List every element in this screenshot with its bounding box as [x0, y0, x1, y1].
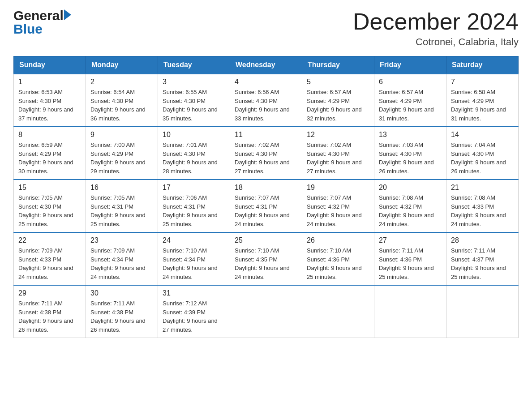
day-number: 6: [379, 78, 442, 86]
calendar-cell: 4 Sunrise: 6:56 AM Sunset: 4:30 PM Dayli…: [230, 74, 302, 127]
logo-blue-text: Blue: [13, 21, 71, 37]
day-detail: Sunrise: 6:59 AM Sunset: 4:29 PM Dayligh…: [18, 141, 81, 176]
calendar-cell: [446, 285, 519, 338]
day-number: 29: [18, 289, 81, 297]
calendar-cell: 6 Sunrise: 6:57 AM Sunset: 4:29 PM Dayli…: [374, 74, 446, 127]
day-detail: Sunrise: 7:11 AM Sunset: 4:38 PM Dayligh…: [18, 299, 81, 334]
day-number: 7: [451, 78, 514, 86]
calendar-cell: 24 Sunrise: 7:10 AM Sunset: 4:34 PM Dayl…: [158, 232, 230, 285]
day-detail: Sunrise: 7:10 AM Sunset: 4:35 PM Dayligh…: [235, 246, 297, 281]
header-row: Sunday Monday Tuesday Wednesday Thursday…: [14, 56, 519, 74]
day-number: 28: [451, 236, 514, 244]
day-number: 19: [307, 184, 369, 192]
calendar-cell: 20 Sunrise: 7:08 AM Sunset: 4:32 PM Dayl…: [374, 180, 446, 232]
day-number: 3: [163, 78, 225, 86]
day-detail: Sunrise: 7:11 AM Sunset: 4:36 PM Dayligh…: [379, 246, 442, 281]
calendar-cell: [374, 285, 446, 338]
day-detail: Sunrise: 7:10 AM Sunset: 4:36 PM Dayligh…: [307, 246, 369, 281]
week-row-4: 22 Sunrise: 7:09 AM Sunset: 4:33 PM Dayl…: [14, 232, 519, 285]
day-detail: Sunrise: 6:54 AM Sunset: 4:30 PM Dayligh…: [90, 88, 153, 123]
calendar-cell: 16 Sunrise: 7:05 AM Sunset: 4:31 PM Dayl…: [86, 180, 158, 232]
day-number: 11: [235, 131, 297, 139]
day-number: 9: [90, 131, 153, 139]
day-detail: Sunrise: 7:08 AM Sunset: 4:33 PM Dayligh…: [451, 193, 514, 228]
col-friday: Friday: [374, 56, 446, 74]
day-number: 12: [307, 131, 369, 139]
day-number: 23: [90, 236, 153, 244]
logo: General Blue: [13, 9, 71, 37]
day-detail: Sunrise: 6:57 AM Sunset: 4:29 PM Dayligh…: [379, 88, 442, 123]
day-detail: Sunrise: 6:58 AM Sunset: 4:29 PM Dayligh…: [451, 88, 514, 123]
logo-arrow-icon: [64, 9, 71, 20]
calendar-cell: 3 Sunrise: 6:55 AM Sunset: 4:30 PM Dayli…: [158, 74, 230, 127]
calendar-cell: 29 Sunrise: 7:11 AM Sunset: 4:38 PM Dayl…: [14, 285, 86, 338]
day-number: 8: [18, 131, 81, 139]
day-number: 20: [379, 184, 442, 192]
day-detail: Sunrise: 7:05 AM Sunset: 4:31 PM Dayligh…: [90, 193, 153, 228]
calendar-cell: 5 Sunrise: 6:57 AM Sunset: 4:29 PM Dayli…: [302, 74, 374, 127]
calendar-cell: 31 Sunrise: 7:12 AM Sunset: 4:39 PM Dayl…: [158, 285, 230, 338]
calendar-cell: 12 Sunrise: 7:02 AM Sunset: 4:30 PM Dayl…: [302, 127, 374, 180]
day-detail: Sunrise: 7:03 AM Sunset: 4:30 PM Dayligh…: [379, 141, 442, 176]
day-number: 15: [18, 184, 81, 192]
day-number: 25: [235, 236, 297, 244]
day-number: 21: [451, 184, 514, 192]
day-detail: Sunrise: 7:01 AM Sunset: 4:30 PM Dayligh…: [163, 141, 225, 176]
day-detail: Sunrise: 6:57 AM Sunset: 4:29 PM Dayligh…: [307, 88, 369, 123]
col-thursday: Thursday: [302, 56, 374, 74]
calendar-cell: 14 Sunrise: 7:04 AM Sunset: 4:30 PM Dayl…: [446, 127, 519, 180]
day-number: 31: [163, 289, 225, 297]
day-number: 2: [90, 78, 153, 86]
day-detail: Sunrise: 7:12 AM Sunset: 4:39 PM Dayligh…: [163, 299, 225, 334]
day-number: 5: [307, 78, 369, 86]
calendar-body: 1 Sunrise: 6:53 AM Sunset: 4:30 PM Dayli…: [14, 74, 519, 338]
day-detail: Sunrise: 7:11 AM Sunset: 4:38 PM Dayligh…: [90, 299, 153, 334]
calendar-cell: 15 Sunrise: 7:05 AM Sunset: 4:30 PM Dayl…: [14, 180, 86, 232]
day-number: 17: [163, 184, 225, 192]
day-detail: Sunrise: 7:07 AM Sunset: 4:31 PM Dayligh…: [235, 193, 297, 228]
day-detail: Sunrise: 7:11 AM Sunset: 4:37 PM Dayligh…: [451, 246, 514, 281]
col-sunday: Sunday: [14, 56, 86, 74]
day-detail: Sunrise: 7:09 AM Sunset: 4:33 PM Dayligh…: [18, 246, 81, 281]
calendar-cell: 13 Sunrise: 7:03 AM Sunset: 4:30 PM Dayl…: [374, 127, 446, 180]
day-detail: Sunrise: 7:07 AM Sunset: 4:32 PM Dayligh…: [307, 193, 369, 228]
week-row-2: 8 Sunrise: 6:59 AM Sunset: 4:29 PM Dayli…: [14, 127, 519, 180]
col-wednesday: Wednesday: [230, 56, 302, 74]
day-number: 24: [163, 236, 225, 244]
calendar-cell: 18 Sunrise: 7:07 AM Sunset: 4:31 PM Dayl…: [230, 180, 302, 232]
calendar-cell: 7 Sunrise: 6:58 AM Sunset: 4:29 PM Dayli…: [446, 74, 519, 127]
calendar-table: Sunday Monday Tuesday Wednesday Thursday…: [13, 56, 519, 338]
day-detail: Sunrise: 7:06 AM Sunset: 4:31 PM Dayligh…: [163, 193, 225, 228]
day-detail: Sunrise: 7:10 AM Sunset: 4:34 PM Dayligh…: [163, 246, 225, 281]
day-detail: Sunrise: 6:55 AM Sunset: 4:30 PM Dayligh…: [163, 88, 225, 123]
week-row-3: 15 Sunrise: 7:05 AM Sunset: 4:30 PM Dayl…: [14, 180, 519, 232]
col-monday: Monday: [86, 56, 158, 74]
day-detail: Sunrise: 7:02 AM Sunset: 4:30 PM Dayligh…: [307, 141, 369, 176]
day-detail: Sunrise: 7:02 AM Sunset: 4:30 PM Dayligh…: [235, 141, 297, 176]
calendar-cell: 25 Sunrise: 7:10 AM Sunset: 4:35 PM Dayl…: [230, 232, 302, 285]
week-row-5: 29 Sunrise: 7:11 AM Sunset: 4:38 PM Dayl…: [14, 285, 519, 338]
calendar-cell: 30 Sunrise: 7:11 AM Sunset: 4:38 PM Dayl…: [86, 285, 158, 338]
calendar-header: Sunday Monday Tuesday Wednesday Thursday…: [14, 56, 519, 74]
day-detail: Sunrise: 6:53 AM Sunset: 4:30 PM Dayligh…: [18, 88, 81, 123]
week-row-1: 1 Sunrise: 6:53 AM Sunset: 4:30 PM Dayli…: [14, 74, 519, 127]
calendar-cell: [230, 285, 302, 338]
col-saturday: Saturday: [446, 56, 519, 74]
calendar-cell: 21 Sunrise: 7:08 AM Sunset: 4:33 PM Dayl…: [446, 180, 519, 232]
day-number: 27: [379, 236, 442, 244]
calendar-cell: 9 Sunrise: 7:00 AM Sunset: 4:29 PM Dayli…: [86, 127, 158, 180]
calendar-cell: 8 Sunrise: 6:59 AM Sunset: 4:29 PM Dayli…: [14, 127, 86, 180]
calendar-cell: 2 Sunrise: 6:54 AM Sunset: 4:30 PM Dayli…: [86, 74, 158, 127]
calendar-cell: 19 Sunrise: 7:07 AM Sunset: 4:32 PM Dayl…: [302, 180, 374, 232]
day-detail: Sunrise: 7:04 AM Sunset: 4:30 PM Dayligh…: [451, 141, 514, 176]
calendar-cell: 26 Sunrise: 7:10 AM Sunset: 4:36 PM Dayl…: [302, 232, 374, 285]
calendar-title: December 2024: [353, 9, 519, 34]
day-detail: Sunrise: 6:56 AM Sunset: 4:30 PM Dayligh…: [235, 88, 297, 123]
day-detail: Sunrise: 7:09 AM Sunset: 4:34 PM Dayligh…: [90, 246, 153, 281]
day-number: 4: [235, 78, 297, 86]
day-detail: Sunrise: 7:05 AM Sunset: 4:30 PM Dayligh…: [18, 193, 81, 228]
day-detail: Sunrise: 7:08 AM Sunset: 4:32 PM Dayligh…: [379, 193, 442, 228]
calendar-cell: 10 Sunrise: 7:01 AM Sunset: 4:30 PM Dayl…: [158, 127, 230, 180]
day-number: 10: [163, 131, 225, 139]
day-number: 30: [90, 289, 153, 297]
